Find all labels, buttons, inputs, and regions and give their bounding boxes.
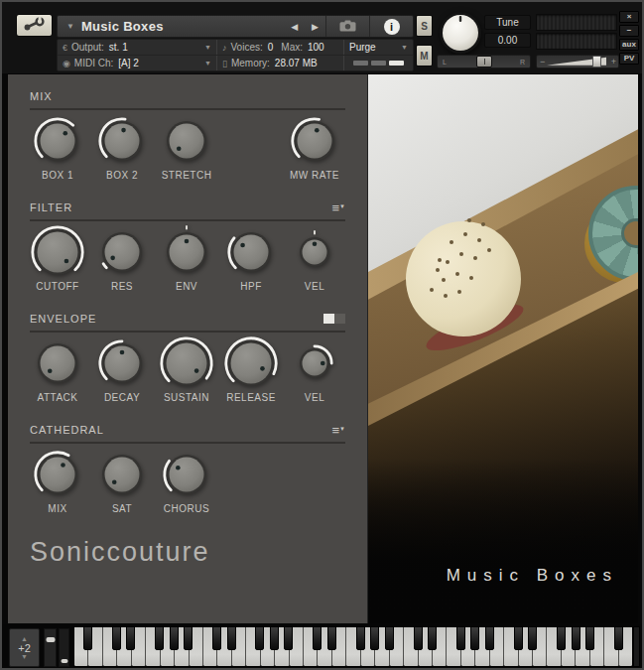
- knob-envelope-release[interactable]: RELEASE: [219, 335, 283, 406]
- section-title-mix: MIX: [30, 90, 53, 102]
- black-key[interactable]: [370, 626, 379, 650]
- black-key[interactable]: [385, 626, 394, 650]
- black-key[interactable]: [557, 626, 566, 650]
- knob-label: STRETCH: [162, 170, 212, 184]
- black-key[interactable]: [356, 626, 365, 650]
- volume-handle[interactable]: [592, 56, 601, 67]
- knob-filter-vel[interactable]: VEL: [283, 223, 346, 295]
- voices-notes-icon: ♪: [222, 43, 227, 53]
- knob-cathedral-chorus[interactable]: CHORUS: [155, 446, 218, 517]
- section-cathedral: CATHEDRAL≡▼MIXSATCHORUS: [30, 424, 345, 521]
- black-key[interactable]: [227, 626, 236, 650]
- max-voices-value[interactable]: 100: [308, 42, 324, 53]
- info-button[interactable]: i: [369, 16, 413, 37]
- edit-instrument-button[interactable]: [16, 14, 53, 37]
- pan-slider[interactable]: L R: [437, 55, 531, 68]
- title-dropdown-caret-icon[interactable]: ▼: [58, 22, 81, 31]
- black-key[interactable]: [155, 626, 164, 650]
- knob-envelope-sustain[interactable]: SUSTAIN: [155, 335, 218, 406]
- knob-label: SAT: [112, 503, 132, 517]
- black-key[interactable]: [414, 626, 423, 650]
- black-key[interactable]: [284, 626, 293, 650]
- knob-filter-hpf[interactable]: HPF: [219, 223, 283, 295]
- keyboard-zoom-handle[interactable]: [61, 659, 67, 663]
- black-key[interactable]: [270, 626, 279, 650]
- level-meter-right: [536, 33, 617, 50]
- octave-shift-control[interactable]: ▲ +2 ▼: [9, 628, 40, 667]
- knob-envelope-attack[interactable]: ATTACK: [26, 335, 89, 406]
- knob-cathedral-sat[interactable]: SAT: [90, 446, 154, 517]
- black-key[interactable]: [514, 626, 523, 650]
- mute-button[interactable]: M: [416, 45, 433, 67]
- knob-filter-res[interactable]: RES: [90, 223, 154, 295]
- black-key[interactable]: [470, 626, 479, 650]
- black-key[interactable]: [327, 626, 336, 650]
- volume-plus-label: +: [611, 57, 616, 67]
- aux-button[interactable]: aux: [619, 39, 639, 51]
- knob-label: MIX: [48, 503, 66, 517]
- knob-mix-box-2[interactable]: BOX 2: [90, 112, 154, 184]
- knob-mix-stretch[interactable]: STRETCH: [155, 112, 218, 184]
- minimize-button[interactable]: −: [619, 25, 639, 37]
- section-mix: MIXBOX 1BOX 2STRETCHMW RATE: [30, 90, 345, 188]
- black-key[interactable]: [614, 626, 623, 650]
- black-key[interactable]: [485, 626, 494, 650]
- solo-button[interactable]: S: [416, 15, 433, 37]
- purge-label: Purge: [349, 42, 376, 53]
- pan-handle[interactable]: [476, 56, 492, 67]
- midi-channel-label: MIDI Ch:: [74, 58, 113, 68]
- black-key[interactable]: [83, 626, 92, 650]
- level-meters: [536, 14, 617, 52]
- next-instrument-arrow[interactable]: ▶: [305, 22, 325, 32]
- black-key[interactable]: [528, 626, 537, 650]
- output-label: Output:: [71, 42, 104, 53]
- knob-envelope-vel[interactable]: VEL: [283, 335, 346, 406]
- black-key[interactable]: [255, 626, 264, 650]
- keyboard-scroll-strip[interactable]: [44, 628, 57, 667]
- volume-minus-label: −: [540, 57, 545, 67]
- output-select[interactable]: € Output: st. 1 ▼: [58, 40, 216, 55]
- purge-meter: [343, 56, 413, 70]
- knob-label: RELEASE: [226, 392, 276, 406]
- keyboard-zoom-strip[interactable]: [59, 628, 69, 667]
- black-key[interactable]: [313, 626, 322, 650]
- info-icon: i: [384, 19, 400, 35]
- pv-button[interactable]: PV: [619, 53, 639, 65]
- black-key[interactable]: [428, 626, 437, 650]
- section-title-envelope: ENVELOPE: [30, 313, 96, 325]
- envelope-mode-toggle[interactable]: [323, 314, 345, 324]
- cathedral-preset-menu-icon[interactable]: ≡▼: [331, 424, 345, 436]
- octave-down-icon[interactable]: ▼: [21, 654, 28, 660]
- black-key[interactable]: [170, 626, 179, 650]
- volume-slider[interactable]: − +: [536, 55, 619, 68]
- keyboard-scroll-handle[interactable]: [46, 637, 55, 642]
- tune-value[interactable]: 0.00: [484, 33, 531, 48]
- instrument-title-bar[interactable]: ▼ Music Boxes ◀ ▶ i: [57, 15, 414, 38]
- knob-envelope-decay[interactable]: DECAY: [90, 335, 154, 406]
- knob-mix-box-1[interactable]: BOX 1: [26, 112, 89, 184]
- black-key[interactable]: [126, 626, 135, 650]
- purge-menu[interactable]: Purge ▼: [343, 40, 413, 55]
- midi-channel-select[interactable]: ◉ MIDI Ch: [A] 2 ▼: [58, 56, 216, 70]
- previous-instrument-arrow[interactable]: ◀: [284, 22, 305, 32]
- filter-preset-menu-icon[interactable]: ≡▼: [331, 201, 345, 213]
- black-key[interactable]: [585, 626, 594, 650]
- close-button[interactable]: ×: [619, 11, 639, 23]
- knob-cathedral-mix[interactable]: MIX: [26, 446, 89, 517]
- knob-label: DECAY: [104, 392, 140, 406]
- black-key[interactable]: [456, 626, 465, 650]
- black-key[interactable]: [184, 626, 193, 650]
- black-key[interactable]: [572, 626, 580, 650]
- output-jack-icon: €: [63, 43, 67, 53]
- section-envelope: ENVELOPEATTACKDECAYSUSTAINRELEASEVEL: [30, 313, 345, 410]
- knob-label: VEL: [305, 392, 324, 406]
- black-key[interactable]: [212, 626, 221, 650]
- panel-sections: MIXBOX 1BOX 2STRETCHMW RATEFILTER≡▼CUTOF…: [30, 90, 345, 521]
- knob-filter-cutoff[interactable]: CUTOFF: [26, 223, 89, 295]
- knob-mix-mw-rate[interactable]: MW RATE: [283, 112, 346, 184]
- black-key[interactable]: [112, 626, 121, 650]
- snapshot-camera-button[interactable]: [325, 16, 369, 37]
- tune-knob[interactable]: [439, 11, 482, 59]
- knob-filter-env[interactable]: ENV: [155, 223, 218, 295]
- output-value: st. 1: [109, 42, 128, 53]
